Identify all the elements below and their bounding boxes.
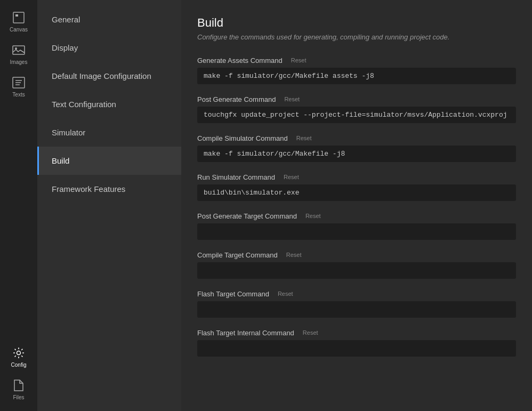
reset-button-run-simulator-command[interactable]: Reset — [280, 173, 302, 181]
field-group-run-simulator-command: Run Simulator CommandReset — [197, 173, 516, 201]
page-subtitle: Configure the commands used for generati… — [197, 33, 516, 41]
sidebar-item-config[interactable]: Config — [0, 341, 37, 373]
sidebar-item-default-image-config[interactable]: Default Image Configuration — [37, 62, 181, 90]
files-icon — [12, 378, 26, 392]
field-label-text-post-generate-target-command: Post Generate Target Command — [197, 212, 297, 220]
reset-button-generate-assets-command[interactable]: Reset — [288, 56, 310, 65]
field-label-text-post-generate-command: Post Generate Command — [197, 95, 276, 103]
icon-bar: Canvas Images Texts Config Files — [0, 0, 37, 411]
reset-button-flash-target-internal-command[interactable]: Reset — [300, 328, 321, 337]
texts-icon — [12, 76, 26, 90]
sidebar-item-framework-features[interactable]: Framework Features — [37, 175, 181, 203]
sidebar-item-texts[interactable]: Texts — [0, 70, 37, 103]
field-label-post-generate-command: Post Generate CommandReset — [197, 95, 516, 103]
svg-rect-0 — [13, 12, 24, 23]
images-icon — [12, 43, 26, 57]
svg-rect-2 — [13, 46, 25, 54]
field-input-run-simulator-command[interactable] — [197, 184, 516, 201]
field-input-generate-assets-command[interactable] — [197, 68, 516, 84]
fields-container: Generate Assets CommandResetPost Generat… — [197, 56, 516, 357]
sidebar-item-general[interactable]: General — [37, 5, 181, 34]
config-label: Config — [11, 362, 27, 368]
field-input-compile-simulator-command[interactable] — [197, 146, 516, 162]
canvas-icon — [12, 11, 26, 25]
field-group-generate-assets-command: Generate Assets CommandReset — [197, 56, 516, 84]
field-group-compile-target-command: Compile Target CommandReset — [197, 251, 516, 279]
sidebar-item-simulator[interactable]: Simulator — [37, 118, 181, 147]
field-label-post-generate-target-command: Post Generate Target CommandReset — [197, 212, 516, 220]
reset-button-compile-simulator-command[interactable]: Reset — [293, 134, 315, 142]
field-label-text-compile-simulator-command: Compile Simulator Command — [197, 134, 288, 142]
field-input-compile-target-command[interactable] — [197, 262, 516, 279]
page-title: Build — [197, 16, 516, 30]
field-input-flash-target-command[interactable] — [197, 301, 516, 318]
field-label-compile-target-command: Compile Target CommandReset — [197, 251, 516, 259]
field-group-post-generate-command: Post Generate CommandReset — [197, 95, 516, 123]
config-icon — [12, 346, 26, 360]
field-label-flash-target-command: Flash Target CommandReset — [197, 289, 516, 298]
field-input-post-generate-target-command[interactable] — [197, 223, 516, 240]
files-label: Files — [13, 394, 24, 400]
svg-point-5 — [17, 351, 21, 355]
field-label-text-generate-assets-command: Generate Assets Command — [197, 57, 283, 65]
field-input-post-generate-command[interactable] — [197, 107, 516, 123]
sidebar-item-files[interactable]: Files — [0, 373, 37, 406]
sidebar-item-display[interactable]: Display — [37, 34, 181, 62]
texts-label: Texts — [12, 92, 25, 98]
sidebar-item-canvas[interactable]: Canvas — [0, 5, 37, 38]
field-label-text-flash-target-command: Flash Target Command — [197, 290, 269, 298]
svg-rect-1 — [15, 14, 18, 17]
field-label-text-compile-target-command: Compile Target Command — [197, 251, 278, 259]
reset-button-flash-target-command[interactable]: Reset — [275, 289, 296, 298]
images-label: Images — [10, 59, 28, 65]
field-group-flash-target-command: Flash Target CommandReset — [197, 289, 516, 318]
sidebar-item-build[interactable]: Build — [37, 147, 181, 175]
field-label-text-run-simulator-command: Run Simulator Command — [197, 173, 275, 181]
sidebar: General Display Default Image Configurat… — [37, 0, 181, 411]
reset-button-post-generate-command[interactable]: Reset — [281, 95, 303, 103]
sidebar-item-images[interactable]: Images — [0, 38, 37, 70]
field-input-flash-target-internal-command[interactable] — [197, 340, 516, 357]
field-label-run-simulator-command: Run Simulator CommandReset — [197, 173, 516, 181]
field-label-flash-target-internal-command: Flash Target Internal CommandReset — [197, 328, 516, 337]
reset-button-compile-target-command[interactable]: Reset — [283, 251, 305, 259]
field-label-text-flash-target-internal-command: Flash Target Internal Command — [197, 329, 294, 337]
sidebar-item-text-configuration[interactable]: Text Configuration — [37, 90, 181, 118]
field-label-generate-assets-command: Generate Assets CommandReset — [197, 56, 516, 65]
canvas-label: Canvas — [10, 27, 28, 33]
main-content: Build Configure the commands used for ge… — [181, 0, 532, 411]
field-group-compile-simulator-command: Compile Simulator CommandReset — [197, 134, 516, 162]
field-group-flash-target-internal-command: Flash Target Internal CommandReset — [197, 328, 516, 357]
field-group-post-generate-target-command: Post Generate Target CommandReset — [197, 212, 516, 240]
reset-button-post-generate-target-command[interactable]: Reset — [302, 212, 324, 220]
field-label-compile-simulator-command: Compile Simulator CommandReset — [197, 134, 516, 142]
